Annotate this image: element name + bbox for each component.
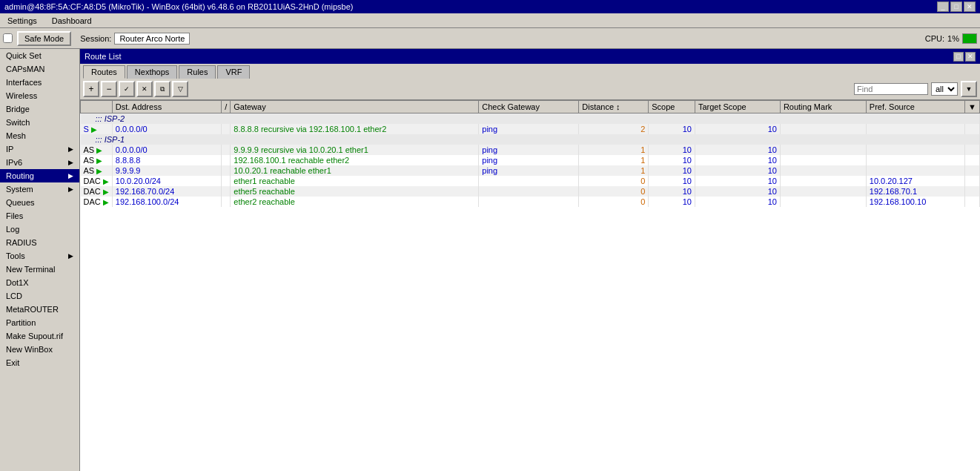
sidebar-item-ip[interactable]: IP ▶ bbox=[0, 142, 79, 156]
row-dst-cell: 8.8.8.8 bbox=[112, 155, 221, 165]
menu-settings[interactable]: Settings bbox=[3, 16, 42, 26]
sidebar-item-files[interactable]: Files bbox=[0, 209, 79, 223]
col-dst[interactable]: Dst. Address bbox=[112, 101, 221, 113]
sidebar-item-wireless[interactable]: Wireless bbox=[0, 89, 79, 102]
sidebar-item-make-supout[interactable]: Make Supout.rif bbox=[0, 329, 79, 343]
find-filter-select[interactable]: all bbox=[931, 82, 958, 96]
action-bar: + − ✓ ✕ ⧉ ▽ all ▼ bbox=[80, 79, 980, 100]
find-dropdown-button[interactable]: ▼ bbox=[961, 81, 977, 97]
copy-button[interactable]: ⧉ bbox=[154, 81, 170, 97]
remove-button[interactable]: − bbox=[101, 81, 117, 97]
row-type-cell: DAC ▶ bbox=[81, 186, 113, 197]
row-distance-cell: 1 bbox=[579, 145, 649, 155]
row-slash-cell bbox=[222, 176, 231, 186]
add-button[interactable]: + bbox=[83, 81, 99, 97]
table-row[interactable]: DAC ▶ 192.168.100.0/24 ether2 reachable … bbox=[81, 197, 980, 207]
sidebar-item-routing[interactable]: Routing ▶ bbox=[0, 169, 79, 182]
row-prefsrc-cell bbox=[866, 145, 964, 155]
sidebar-item-metarouter[interactable]: MetaROUTER bbox=[0, 303, 79, 316]
safe-mode-button[interactable]: Safe Mode bbox=[17, 31, 71, 46]
sidebar-item-bridge[interactable]: Bridge bbox=[0, 102, 79, 116]
table-row[interactable]: DAC ▶ 192.168.70.0/24 ether5 reachable 0… bbox=[81, 186, 980, 197]
col-gateway[interactable]: Gateway bbox=[231, 101, 479, 113]
sidebar-item-exit[interactable]: Exit bbox=[0, 356, 79, 369]
sidebar-item-tools[interactable]: Tools ▶ bbox=[0, 249, 79, 263]
sidebar-item-new-winbox[interactable]: New WinBox bbox=[0, 343, 79, 356]
disable-button[interactable]: ✕ bbox=[136, 81, 153, 97]
col-scope[interactable]: Scope bbox=[649, 101, 695, 113]
row-dst-cell: 0.0.0.0/0 bbox=[112, 124, 221, 134]
minimize-button[interactable]: _ bbox=[937, 1, 949, 12]
table-row[interactable]: AS ▶ 8.8.8.8 192.168.100.1 reachable eth… bbox=[81, 155, 980, 165]
table-row[interactable]: DAC ▶ 10.0.20.0/24 ether1 reachable 0 10… bbox=[81, 176, 980, 186]
row-gateway-cell: 10.0.20.1 reachable ether1 bbox=[231, 165, 479, 176]
find-input[interactable] bbox=[854, 83, 928, 95]
menu-dashboard[interactable]: Dashboard bbox=[47, 16, 96, 26]
maximize-button[interactable]: □ bbox=[950, 1, 962, 12]
sidebar-item-partition[interactable]: Partition bbox=[0, 316, 79, 329]
row-extra-cell bbox=[965, 165, 980, 176]
sidebar-label-new-terminal: New Terminal bbox=[6, 265, 55, 274]
col-routingmark[interactable]: Routing Mark bbox=[780, 101, 866, 113]
window-maximize-button[interactable]: □ bbox=[953, 52, 964, 62]
tab-nexthops[interactable]: Nexthops bbox=[127, 65, 177, 79]
sidebar-item-quickset[interactable]: Quick Set bbox=[0, 49, 79, 62]
col-slash[interactable]: / bbox=[222, 101, 231, 113]
tab-rules[interactable]: Rules bbox=[179, 65, 216, 79]
sidebar-item-system[interactable]: System ▶ bbox=[0, 182, 79, 196]
sidebar-item-ipv6[interactable]: IPv6 ▶ bbox=[0, 156, 79, 169]
col-distance[interactable]: Distance ↕ bbox=[579, 101, 649, 113]
sidebar-item-radius[interactable]: RADIUS bbox=[0, 236, 79, 249]
tools-arrow-icon: ▶ bbox=[68, 252, 73, 260]
row-type-dac: DAC bbox=[84, 177, 101, 185]
sidebar-item-lcd[interactable]: LCD bbox=[0, 289, 79, 303]
routing-arrow-icon: ▶ bbox=[68, 172, 73, 179]
sidebar-item-dot1x[interactable]: Dot1X bbox=[0, 276, 79, 289]
row-type-cell: DAC ▶ bbox=[81, 176, 113, 186]
sidebar-label-radius: RADIUS bbox=[6, 238, 37, 247]
row-prefsrc-cell bbox=[866, 155, 964, 165]
col-type[interactable] bbox=[81, 101, 113, 113]
window-titlebar: Route List □ ✕ bbox=[80, 49, 980, 64]
sidebar-item-capsman[interactable]: CAPsMAN bbox=[0, 62, 79, 76]
row-slash-cell bbox=[222, 165, 231, 176]
row-routingmark-cell bbox=[780, 155, 866, 165]
row-distance-cell: 1 bbox=[579, 155, 649, 165]
row-type-as: AS bbox=[84, 156, 95, 165]
system-arrow-icon: ▶ bbox=[68, 185, 73, 193]
enable-button[interactable]: ✓ bbox=[119, 81, 135, 97]
row-dst-cell: 9.9.9.9 bbox=[112, 165, 221, 176]
cpu-bar bbox=[962, 33, 977, 44]
route-active-icon: ▶ bbox=[96, 146, 102, 154]
table-row[interactable]: AS ▶ 9.9.9.9 10.0.20.1 reachable ether1 … bbox=[81, 165, 980, 176]
row-type-as: AS bbox=[84, 166, 95, 175]
route-table-container[interactable]: Dst. Address / Gateway Check Gateway Dis… bbox=[80, 100, 980, 471]
table-row[interactable]: AS ▶ 0.0.0.0/0 9.9.9.9 recursive via 10.… bbox=[81, 145, 980, 155]
col-prefsrc[interactable]: Pref. Source bbox=[866, 101, 964, 113]
table-row[interactable]: S ▶ 0.0.0.0/0 8.8.8.8 recursive via 192.… bbox=[81, 124, 980, 134]
tab-routes[interactable]: Routes bbox=[83, 65, 125, 79]
row-distance-cell: 1 bbox=[579, 165, 649, 176]
window-close-button[interactable]: ✕ bbox=[965, 52, 976, 62]
sidebar-label-wireless: Wireless bbox=[6, 91, 37, 100]
col-checkgw[interactable]: Check Gateway bbox=[479, 101, 579, 113]
sidebar-item-interfaces[interactable]: Interfaces bbox=[0, 76, 79, 89]
sidebar-item-switch[interactable]: Switch bbox=[0, 116, 79, 129]
sidebar-item-mesh[interactable]: Mesh bbox=[0, 129, 79, 142]
isp1-header-row: ::: ISP-1 bbox=[81, 134, 980, 145]
col-targetscope[interactable]: Target Scope bbox=[695, 101, 780, 113]
sidebar-label-mesh: Mesh bbox=[6, 131, 26, 140]
sidebar-item-log[interactable]: Log bbox=[0, 223, 79, 236]
safe-mode-checkbox[interactable] bbox=[3, 33, 13, 43]
close-button[interactable]: ✕ bbox=[964, 1, 976, 12]
sidebar-label-log: Log bbox=[6, 225, 19, 234]
sidebar-label-make-supout: Make Supout.rif bbox=[6, 332, 63, 340]
filter-button[interactable]: ▽ bbox=[172, 81, 188, 97]
sidebar-item-queues[interactable]: Queues bbox=[0, 196, 79, 209]
row-type-dac: DAC bbox=[84, 187, 101, 196]
tab-vrf[interactable]: VRF bbox=[217, 65, 250, 79]
sidebar-item-new-terminal[interactable]: New Terminal bbox=[0, 263, 79, 276]
row-checkgw-cell bbox=[479, 197, 579, 207]
col-extra[interactable]: ▼ bbox=[965, 101, 980, 113]
window-title: Route List bbox=[85, 52, 122, 61]
